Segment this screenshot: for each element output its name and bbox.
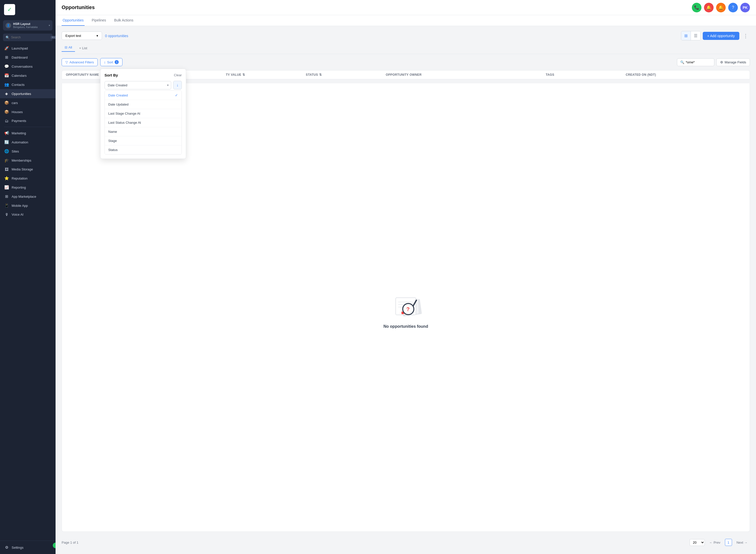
mobile-app-icon: 📱 (4, 203, 9, 208)
sort-option-status[interactable]: Status (105, 145, 182, 154)
grid-view-button[interactable]: ⊞ (681, 31, 691, 40)
sidebar-item-voice-ai[interactable]: 🎙 Voice AI (0, 210, 56, 219)
more-options-button[interactable]: ⋮ (741, 32, 750, 40)
advanced-filters-label: Advanced Filters (69, 60, 94, 64)
sidebar-item-calendars[interactable]: 📅 Calendars (0, 71, 56, 80)
sidebar-item-contacts[interactable]: 👥 Contacts (0, 80, 56, 89)
sidebar-item-opportunities[interactable]: ◈ Opportunities (0, 89, 56, 98)
sort-select[interactable]: Date Created Date Updated Last Stage Cha… (105, 81, 171, 90)
list-view-button[interactable]: ☰ (691, 31, 700, 40)
sidebar-item-launchpad[interactable]: 🚀 Launchpad (0, 44, 56, 53)
payments-icon: 🗂 (4, 119, 9, 123)
filter-row: ▽ Advanced Filters ↕ Sort 1 Sort By Clea… (62, 58, 750, 66)
tab-pipelines[interactable]: Pipelines (91, 15, 107, 26)
sort-option-stage[interactable]: Stage (105, 136, 182, 145)
page-size-select[interactable]: 20 50 100 (690, 539, 705, 546)
export-dropdown[interactable]: Export test ▾ (62, 32, 102, 40)
manage-fields-gear-icon: ⚙ (720, 60, 723, 64)
sort-option-name[interactable]: Name (105, 127, 182, 136)
content-area: Export test ▾ 0 opportunities ⊞ ☰ + Add … (56, 26, 756, 554)
sidebar-item-marketing[interactable]: 📢 Marketing (0, 128, 56, 137)
sidebar-item-settings[interactable]: ⚙ Settings (0, 543, 56, 552)
sort-clear-button[interactable]: Clear (174, 73, 182, 77)
sidebar-item-reputation[interactable]: ⭐ Reputation (0, 174, 56, 183)
settings-icon: ⚙ (4, 545, 9, 550)
sidebar-item-conversations[interactable]: 💬 Conversations (0, 62, 56, 71)
sidebar-label-marketing: Marketing (12, 131, 26, 135)
sort-button[interactable]: ↕ Sort 1 (100, 58, 122, 66)
sidebar-item-app-marketplace[interactable]: ⊞ App Marketplace (0, 192, 56, 201)
tab-bulk-actions[interactable]: Bulk Actions (113, 15, 134, 26)
prev-page-button[interactable]: ← Prev (707, 540, 723, 545)
col-label-opportunity-owner: Opportunity Owner (386, 73, 422, 76)
empty-state-message: No opportunities found (384, 324, 428, 329)
sidebar-item-memberships[interactable]: 🎓 Memberships (0, 156, 56, 165)
advanced-filters-button[interactable]: ▽ Advanced Filters (62, 58, 98, 66)
search-input[interactable] (11, 36, 49, 39)
opp-count: 0 opportunities (105, 34, 128, 38)
profile-text: HSR Layout Bengaluru, Karnataka (13, 22, 47, 29)
manage-fields-button[interactable]: ⚙ Manage Fields (716, 58, 750, 66)
sort-direction-button[interactable]: ↓ (173, 81, 182, 90)
sort-count-badge: 1 (115, 60, 119, 64)
sidebar-search[interactable]: 🔍 ⌘K + (3, 34, 53, 41)
sort-dropdown-title: Sort By (105, 73, 118, 77)
main-content: Opportunities 📞 🔔 🔔 ? PK Opportunities P… (56, 0, 756, 554)
col-label-opportunity-name: Opportunity Name (66, 73, 99, 76)
sort-icon: ↕ (104, 60, 106, 64)
profile-chevron-icon: ▾ (49, 24, 50, 27)
sort-direction-icon: ↓ (176, 83, 178, 88)
filter-right: 🔍 ⚙ Manage Fields (677, 58, 750, 66)
sort-row: Date Created Date Updated Last Stage Cha… (105, 81, 182, 90)
view-pill-add-list[interactable]: + List (77, 45, 89, 51)
col-tags[interactable]: Tags (546, 73, 626, 76)
next-page-button[interactable]: Next → (734, 540, 750, 545)
search-field[interactable] (686, 60, 711, 64)
sidebar-item-dashboard[interactable]: ⊞ Dashboard (0, 53, 56, 62)
sort-option-last-stage-change[interactable]: Last Stage Change At (105, 109, 182, 118)
sidebar-item-mobile-app[interactable]: 📱 Mobile App (0, 201, 56, 210)
sort-option-last-status-change[interactable]: Last Status Change At (105, 118, 182, 127)
automation-icon: 🔄 (4, 140, 9, 145)
sidebar-label-payments: Payments (12, 119, 26, 123)
sidebar-item-automation[interactable]: 🔄 Automation (0, 137, 56, 147)
sidebar-item-houses[interactable]: 📦 Houses (0, 107, 56, 116)
sidebar-item-cars[interactable]: 📦 cars (0, 98, 56, 107)
sort-option-date-created[interactable]: Date Created ✓ (105, 91, 182, 100)
add-list-label: List (82, 46, 87, 50)
col-created-on[interactable]: Created On (NDT) (626, 73, 746, 76)
sidebar-label-sites: Sites (12, 150, 19, 153)
phone-button[interactable]: 📞 (692, 3, 701, 12)
col-label-created-on: Created On (NDT) (626, 73, 656, 76)
sidebar-profile[interactable]: 👤 HSR Layout Bengaluru, Karnataka ▾ (3, 20, 53, 31)
col-status[interactable]: Status ⇅ (306, 73, 386, 76)
notification-button[interactable]: 🔔 (704, 3, 713, 12)
launchpad-icon: 🚀 (4, 46, 9, 51)
alerts-button[interactable]: 🔔 (716, 3, 726, 12)
all-pill-label: All (68, 46, 72, 49)
sidebar-item-payments[interactable]: 🗂 Payments (0, 116, 56, 125)
sidebar-label-automation: Automation (12, 141, 28, 144)
sort-option-label: Last Status Change At (108, 121, 141, 124)
sort-option-label: Date Updated (108, 103, 128, 106)
sort-selected-check-icon: ✓ (175, 93, 178, 97)
current-page-number[interactable]: 1 (725, 539, 732, 546)
col-opportunity-owner[interactable]: Opportunity Owner (386, 73, 546, 76)
sort-option-date-updated[interactable]: Date Updated (105, 100, 182, 109)
prev-label: Prev (713, 541, 720, 544)
sidebar-label-dashboard: Dashboard (12, 56, 28, 59)
col-opportunity-value[interactable]: ty Value ⇅ (226, 73, 306, 76)
add-opportunity-button[interactable]: + Add opportunity (703, 32, 739, 40)
search-box[interactable]: 🔍 (677, 58, 714, 66)
sidebar-label-conversations: Conversations (12, 65, 33, 68)
sidebar-item-media-storage[interactable]: 🖼 Media Storage (0, 165, 56, 174)
pagination-right: 20 50 100 ← Prev 1 Next → (690, 539, 750, 546)
sidebar-item-reporting[interactable]: 📈 Reporting (0, 183, 56, 192)
help-button[interactable]: ? (728, 3, 738, 12)
col-label-tags: Tags (546, 73, 554, 76)
page-info: Page 1 of 1 (62, 541, 78, 544)
sidebar-item-sites[interactable]: 🌐 Sites (0, 147, 56, 156)
tab-opportunities[interactable]: Opportunities (62, 15, 84, 26)
avatar[interactable]: PK (740, 3, 750, 12)
view-pill-all[interactable]: ⊟ All (62, 45, 75, 52)
